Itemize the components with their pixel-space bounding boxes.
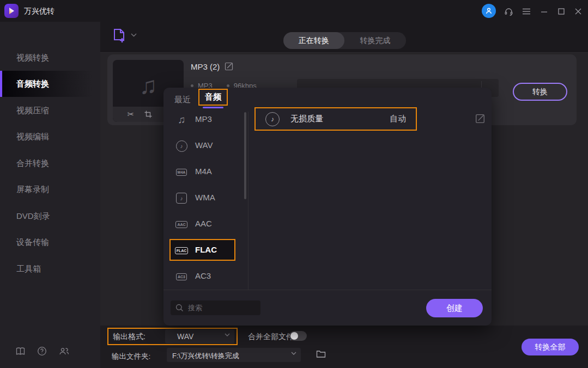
ac3-badge-icon: AC3	[174, 270, 189, 283]
sidebar-item-device-transfer[interactable]: 设备传输	[0, 229, 100, 255]
tab-finished[interactable]: 转换完成	[344, 32, 406, 49]
sidebar-item-video-compress[interactable]: 视频压缩	[0, 97, 100, 124]
format-popup: 最近 音频 ♫ MP3 ♪ WAV M4A M4A ♪ WMA AAC	[163, 88, 492, 326]
bottom-bar: 输出格式: WAV 合并全部文件 输出文件夹: F:\万兴优转\转换完成 转换全…	[100, 326, 588, 368]
format-item-wav[interactable]: ♪ WAV	[163, 133, 248, 159]
toggle-knob	[290, 332, 298, 340]
sidebar-item-screen-record[interactable]: 屏幕录制	[0, 176, 100, 203]
add-file-icon[interactable]	[112, 28, 128, 45]
meta-dot	[227, 84, 229, 87]
sidebar-item-audio-convert[interactable]: 音频转换	[0, 71, 100, 97]
sidebar-item-video-edit[interactable]: 视频编辑	[0, 124, 100, 150]
rename-edit-icon[interactable]	[225, 62, 234, 72]
popup-tab-audio[interactable]: 音频	[205, 92, 221, 102]
sidebar-footer	[0, 345, 100, 360]
convert-button[interactable]: 转换	[513, 83, 567, 101]
format-item-m4a[interactable]: M4A M4A	[163, 159, 248, 185]
create-custom-format-button[interactable]: 创建	[426, 299, 483, 317]
maximize-button[interactable]	[554, 4, 568, 19]
open-folder-icon[interactable]	[316, 349, 327, 360]
output-folder-dropdown[interactable]: F:\万兴优转\转换完成	[167, 348, 301, 362]
meta-dot	[191, 84, 193, 87]
format-item-ac3[interactable]: AC3 AC3	[163, 263, 248, 290]
search-icon	[175, 304, 184, 312]
sidebar-item-merge-convert[interactable]: 合并转换	[0, 150, 100, 176]
app-window: 万兴优转 视频转	[0, 0, 588, 368]
crop-icon[interactable]	[143, 109, 153, 119]
format-list: ♫ MP3 ♪ WAV M4A M4A ♪ WMA AAC AAC FLAC	[163, 107, 248, 290]
community-users-icon[interactable]	[58, 345, 70, 357]
menu-icon[interactable]	[519, 4, 534, 19]
help-icon[interactable]	[36, 345, 48, 357]
format-item-aac[interactable]: AAC AAC	[163, 211, 248, 237]
popup-footer-divider	[163, 290, 492, 290]
aac-badge-icon: AAC	[174, 218, 189, 231]
search-input[interactable]	[188, 300, 256, 315]
app-logo-icon	[4, 4, 19, 18]
quality-row-lossless[interactable]: ♪ 无损质量 自动	[254, 107, 417, 131]
support-headset-icon[interactable]	[501, 4, 516, 19]
merge-all-toggle[interactable]	[289, 331, 307, 341]
quality-label: 无损质量	[290, 114, 323, 124]
sidebar-item-video-convert[interactable]: 视频转换	[0, 45, 100, 71]
format-item-mp3[interactable]: ♫ MP3	[163, 107, 248, 133]
format-list-scrollbar[interactable]	[244, 112, 246, 199]
convert-status-tabs: 正在转换 转换完成	[283, 32, 406, 49]
flac-badge-icon: FLAC	[174, 244, 189, 257]
merge-all-label: 合并全部文件	[248, 332, 294, 342]
toolbar: 正在转换 转换完成	[100, 22, 588, 52]
add-file-chevron-icon[interactable]	[131, 33, 137, 37]
popup-vertical-divider	[248, 112, 248, 290]
titlebar: 万兴优转	[0, 0, 588, 22]
sidebar: 视频转换 音频转换 视频压缩 视频编辑 合并转换 屏幕录制 DVD刻录 设备传输…	[0, 22, 100, 368]
app-title: 万兴优转	[24, 7, 54, 16]
output-folder-label: 输出文件夹:	[112, 352, 150, 361]
file-title: MP3 (2)	[191, 62, 220, 71]
format-item-wma[interactable]: ♪ WMA	[163, 185, 248, 211]
chevron-down-icon	[291, 352, 296, 355]
output-format-label: 输出格式:	[113, 332, 146, 342]
guide-book-icon[interactable]	[14, 345, 26, 357]
quality-value: 自动	[390, 114, 406, 124]
user-avatar[interactable]	[482, 4, 496, 18]
sidebar-item-dvd-burn[interactable]: DVD刻录	[0, 203, 100, 229]
trim-scissors-icon[interactable]: ✂	[126, 109, 136, 119]
quality-note-icon: ♪	[265, 112, 280, 126]
popup-tab-recent[interactable]: 最近	[174, 95, 191, 105]
mp3-notes-icon: ♫	[174, 113, 189, 126]
format-search-box	[171, 300, 260, 315]
output-format-value: WAV	[177, 332, 193, 341]
popup-tab-audio-highlight[interactable]: 音频	[198, 89, 228, 106]
sidebar-item-toolbox[interactable]: 工具箱	[0, 256, 100, 282]
convert-all-button[interactable]: 转换全部	[522, 339, 579, 355]
tab-converting[interactable]: 正在转换	[283, 32, 344, 49]
output-folder-value: F:\万兴优转\转换完成	[172, 351, 239, 361]
format-item-flac[interactable]: FLAC FLAC	[163, 237, 248, 263]
chevron-down-icon	[225, 333, 230, 336]
wav-circle-note-icon: ♪	[174, 139, 189, 152]
minimize-button[interactable]	[537, 4, 551, 19]
output-format-dropdown[interactable]: WAV	[165, 329, 234, 344]
close-button[interactable]	[571, 4, 585, 19]
quality-edit-icon[interactable]	[475, 114, 486, 125]
wma-square-note-icon: ♪	[174, 192, 189, 205]
m4a-badge-icon: M4A	[174, 165, 189, 179]
